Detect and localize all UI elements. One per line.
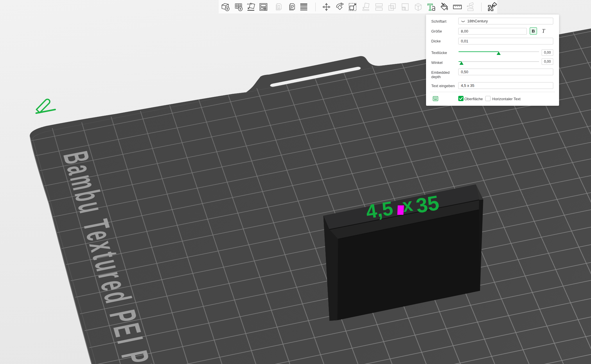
svg-text:35: 35 (414, 191, 441, 217)
svg-text:4,5: 4,5 (364, 197, 394, 223)
svg-text:AUTO: AUTO (247, 3, 252, 5)
